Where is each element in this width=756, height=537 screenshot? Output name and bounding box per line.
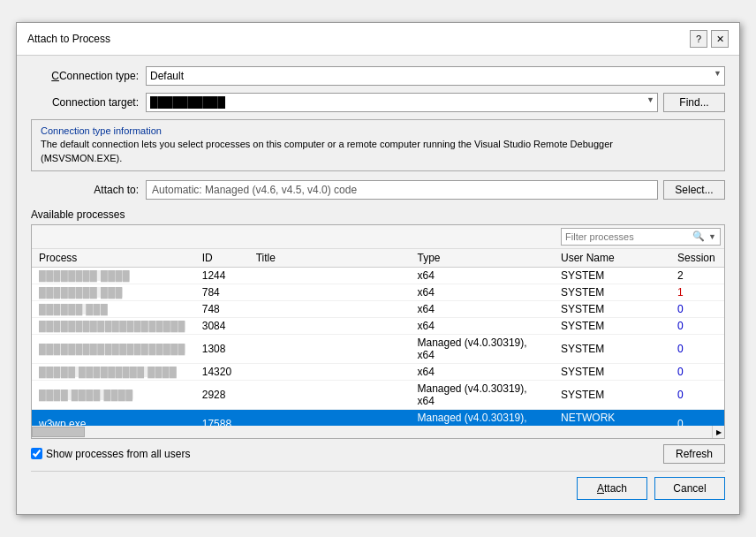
cell-type: x64 [410, 284, 554, 300]
cell-process: █████ █████████ ████ [32, 363, 195, 380]
show-all-users-checkbox[interactable] [31, 448, 42, 459]
table-row[interactable]: ████████ ███ 784 x64 SYSTEM 1 [32, 284, 724, 300]
cell-session: 0 [670, 300, 724, 317]
attach-to-label: Attach to: [31, 184, 146, 196]
help-button[interactable]: ? [690, 30, 707, 48]
show-all-users-label[interactable]: Show processes from all users [46, 448, 190, 460]
cell-session: 0 [670, 334, 724, 363]
show-all-users-wrap: Show processes from all users [31, 448, 190, 460]
available-processes-box: 🔍 ▼ Process ID Title Type User [31, 224, 725, 439]
filter-dropdown-icon[interactable]: ▼ [708, 232, 716, 241]
footer-buttons: Attach Cancel [31, 471, 725, 503]
col-header-type[interactable]: Type [410, 249, 554, 268]
cell-title [249, 300, 411, 317]
table-row[interactable]: w3wp.exe 17588 Managed (v4.0.30319), x64… [32, 409, 724, 426]
connection-type-select[interactable]: Default [146, 66, 725, 86]
cell-id: 748 [195, 300, 249, 317]
connection-type-label: CConnection type: [31, 70, 146, 82]
col-header-id[interactable]: ID [195, 249, 249, 268]
cell-session: 0 [670, 409, 724, 426]
table-row[interactable]: ██████ ███ 748 x64 SYSTEM 0 [32, 300, 724, 317]
filter-input[interactable] [565, 231, 689, 242]
cell-title [249, 267, 411, 284]
connection-type-row: CConnection type: Default [31, 66, 725, 86]
close-button[interactable]: ✕ [711, 30, 729, 48]
cell-title [249, 380, 411, 409]
cell-id: 17588 [195, 409, 249, 426]
cell-id: 2928 [195, 380, 249, 409]
cell-username: NETWORK SERVICE [554, 409, 670, 426]
bottom-bar: Show processes from all users Refresh [31, 444, 725, 464]
connection-target-select[interactable]: ██████████ [146, 93, 658, 112]
table-row[interactable]: █████ █████████ ████ 14320 x64 SYSTEM 0 [32, 363, 724, 380]
cell-id: 1308 [195, 334, 249, 363]
refresh-button[interactable]: Refresh [663, 444, 725, 464]
hscroll-right-btn[interactable]: ▶ [712, 426, 724, 438]
cell-id: 14320 [195, 363, 249, 380]
title-bar: Attach to Process ? ✕ [17, 23, 739, 56]
cell-process: ████████████████████ [32, 334, 195, 363]
col-header-process[interactable]: Process [32, 249, 195, 268]
connection-target-label: Connection target: [31, 96, 146, 109]
cell-process: w3wp.exe [32, 409, 195, 426]
filter-bar: 🔍 ▼ [32, 225, 724, 249]
cell-title [249, 409, 411, 426]
connection-target-select-wrapper: ██████████ [146, 93, 658, 112]
cell-username: SYSTEM [554, 267, 670, 284]
cell-title [249, 363, 411, 380]
cancel-button[interactable]: Cancel [654, 477, 725, 500]
cell-type: x64 [410, 267, 554, 284]
table-row[interactable]: ████████ ████ 1244 x64 SYSTEM 2 [32, 267, 724, 284]
hscroll-track [32, 426, 712, 438]
title-bar-controls: ? ✕ [690, 30, 729, 48]
table-row[interactable]: ████████████████████ 3084 x64 SYSTEM 0 [32, 317, 724, 334]
process-table: Process ID Title Type User Name Session … [32, 249, 724, 426]
attach-button[interactable]: Attach [577, 477, 647, 500]
find-button[interactable]: Find... [663, 93, 725, 112]
cell-username: SYSTEM [554, 317, 670, 334]
search-icon: 🔍 [692, 231, 705, 242]
connection-type-select-wrapper: Default [146, 66, 725, 86]
process-table-container: Process ID Title Type User Name Session … [32, 249, 724, 426]
table-row[interactable]: ████ ████ ████ 2928 Managed (v4.0.30319)… [32, 380, 724, 409]
cell-title [249, 317, 411, 334]
cell-username: SYSTEM [554, 363, 670, 380]
cell-title [249, 334, 411, 363]
connection-info-box: Connection type information The default … [31, 119, 725, 171]
available-processes-label: Available processes [31, 208, 725, 221]
cell-type: x64 [410, 300, 554, 317]
cell-session: 0 [670, 363, 724, 380]
dialog-title: Attach to Process [27, 33, 110, 45]
connection-info-title: Connection type information [41, 125, 715, 136]
attach-to-input[interactable] [146, 180, 658, 200]
horizontal-scrollbar[interactable]: ▶ [32, 426, 724, 438]
attach-label-rest: ttach [604, 482, 627, 495]
attach-underline-a: A [597, 482, 604, 495]
cell-type: Managed (v4.0.30319), x64 [410, 409, 554, 426]
cell-process: ████ ████ ████ [32, 380, 195, 409]
col-header-username[interactable]: User Name [554, 249, 670, 268]
attach-to-process-dialog: Attach to Process ? ✕ CConnection type: … [16, 22, 740, 515]
attach-to-row: Attach to: Select... [31, 180, 725, 200]
connection-target-row: Connection target: ██████████ Find... [31, 93, 725, 112]
cell-process: ████████ ████ [32, 267, 195, 284]
filter-input-wrap: 🔍 ▼ [561, 228, 721, 246]
dialog-content: CConnection type: Default Connection tar… [17, 56, 739, 514]
col-header-session[interactable]: Session [670, 249, 724, 268]
hscroll-thumb[interactable] [32, 427, 85, 437]
cell-session: 2 [670, 267, 724, 284]
cell-username: SYSTEM [554, 334, 670, 363]
cell-username: SYSTEM [554, 380, 670, 409]
cell-id: 3084 [195, 317, 249, 334]
process-table-scroll[interactable]: Process ID Title Type User Name Session … [32, 249, 724, 426]
cell-session: 0 [670, 317, 724, 334]
cell-username: SYSTEM [554, 284, 670, 300]
col-header-title[interactable]: Title [249, 249, 411, 268]
table-row[interactable]: ████████████████████ 1308 Managed (v4.0.… [32, 334, 724, 363]
cell-id: 1244 [195, 267, 249, 284]
connection-info-text: The default connection lets you select p… [41, 138, 715, 165]
select-button[interactable]: Select... [663, 180, 725, 200]
cell-type: x64 [410, 363, 554, 380]
connection-type-control: Default [146, 66, 725, 86]
cell-process: ██████ ███ [32, 300, 195, 317]
